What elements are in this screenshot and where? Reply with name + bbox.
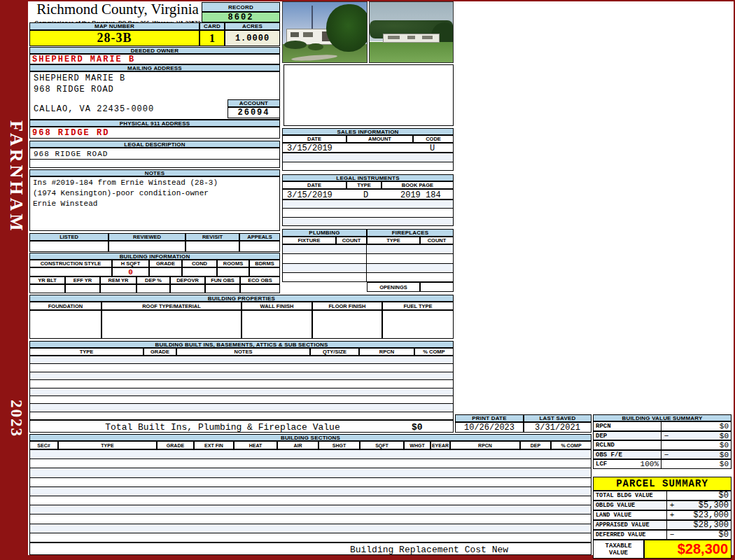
legal-description-box: 968 RIDGE ROAD	[29, 148, 280, 168]
bvs-dep-label: DEP	[594, 432, 662, 440]
physical-address-header: PHYSICAL 911 ADDRESS	[29, 120, 280, 127]
air-header: AIR	[277, 441, 318, 449]
physical-address-value: 968 RIDGE RD	[29, 127, 280, 139]
notes-box: Ins #2019-184 from Ernie Winstead (28-3)…	[29, 176, 280, 231]
bvs-obsfe-value: $0	[671, 451, 731, 459]
taxable-value-amount: $28,300	[644, 540, 732, 559]
parcel-row-total-bldg: TOTAL BLDG VALUE $0	[593, 491, 732, 500]
empty-row	[30, 524, 591, 533]
funobs-header: FUN OBS	[205, 276, 240, 284]
sale-code: U	[430, 144, 435, 153]
wall-finish-header: WALL FINISH	[241, 302, 312, 310]
tax-year-label: 2023	[4, 392, 25, 444]
note-line: Ins #2019-184 from Ernie Winstead (28-3)	[30, 177, 279, 187]
floor-finish-header: FLOOR FINISH	[312, 302, 382, 310]
card-value: 1	[200, 30, 225, 46]
built-ins-total-row: Total Built Ins, Plumbing & Fireplace Va…	[29, 420, 454, 433]
ecoobs-header: ECO OBS	[240, 276, 280, 284]
bdrms-value	[249, 267, 280, 276]
obldg-op: +	[667, 501, 677, 510]
parcel-row-obldg: OBLDG VALUE + $5,300	[593, 500, 732, 510]
photo1-bush	[284, 41, 306, 49]
bvs-dep-value: $0	[671, 432, 731, 440]
property-record-card: FARNHAM 2023 Richmond County, Virginia C…	[0, 0, 735, 560]
hsqft-header: H SQFT	[112, 260, 149, 267]
photo2-window	[422, 36, 433, 39]
builtin-grade-header: GRADE	[144, 348, 176, 356]
acres-header: ACRES	[225, 22, 280, 30]
bvs-lcf-label: LCF 100%	[594, 460, 662, 468]
funobs-value	[205, 284, 240, 293]
builtin-type-header: TYPE	[29, 348, 144, 356]
empty-row	[30, 379, 453, 387]
land-value: $23,000	[677, 510, 731, 520]
building-info-header-row1: CONSTRUCTION STYLE H SQFT GRADE COND ROO…	[29, 260, 280, 267]
deferred-op: −	[667, 531, 677, 539]
empty-row	[30, 486, 591, 496]
rpcn-col-header: RPCN	[450, 441, 520, 449]
comp-col-header: % COMP	[551, 441, 592, 449]
card-header: CARD	[200, 22, 225, 30]
parcel-row-deferred: DEFERRED VALUE − $0	[593, 530, 732, 540]
plumbing-fireplaces-divider	[366, 237, 367, 282]
ecoobs-value	[240, 284, 280, 293]
builtin-comp-header: % COMP	[414, 348, 454, 356]
grade-value	[149, 267, 182, 276]
sqft-header: SQFT	[360, 441, 404, 449]
built-ins-total-value: $0	[412, 422, 423, 433]
account-number: 26094	[227, 107, 280, 118]
mailing-address-header: MAILING ADDRESS	[29, 64, 280, 71]
shgt-header: SHGT	[318, 441, 360, 449]
empty-row	[283, 162, 453, 171]
grade-col-header: GRADE	[157, 441, 194, 449]
yrblt-header: YR BLT	[29, 276, 65, 284]
hsqft-value: 0	[112, 267, 149, 276]
heat-header: HEAT	[234, 441, 277, 449]
empty-row	[283, 272, 453, 281]
effyr-header: EFF YR	[65, 276, 100, 284]
empty-row	[283, 153, 453, 162]
last-saved-value: 3/31/2021	[524, 422, 592, 433]
bvs-dep-op: −	[662, 432, 671, 440]
empty-row	[283, 245, 453, 253]
yrblt-value	[29, 284, 65, 293]
cond-header: COND	[182, 260, 217, 267]
photo2-field	[370, 42, 453, 62]
parcel-row-appraised: APPRAISED VALUE $28,300	[593, 520, 732, 530]
record-header: RECORD	[202, 2, 280, 12]
photo1-tree	[326, 4, 368, 51]
fuel-type-value	[382, 310, 454, 339]
photo2-window	[388, 36, 400, 39]
taxable-value-label: TAXABLE VALUE	[593, 540, 644, 559]
depovr-header: DEPOVR	[170, 276, 205, 284]
review-header-row: LISTED REVIEWED REVISIT APPEALS	[29, 233, 280, 241]
bvs-lcf-pct: 100%	[640, 460, 659, 468]
deferred-value: $0	[677, 530, 731, 540]
record-number: 8602	[202, 12, 280, 22]
bvs-rpcn-value: $0	[671, 422, 731, 430]
building-info-header-row2: YR BLT EFF YR REM YR DEP % DEPOVR FUN OB…	[29, 276, 280, 284]
built-ins-total-label: Total Built Ins, Plumbing & Fireplace Va…	[72, 422, 373, 433]
reviewed-header: REVIEWED	[108, 233, 186, 241]
instrument-date-header: DATE	[282, 181, 346, 189]
empty-row	[30, 372, 453, 379]
review-value-row	[29, 241, 280, 252]
type-header: TYPE	[58, 441, 157, 449]
empty-row	[30, 477, 591, 486]
notes-header: NOTES	[29, 169, 280, 176]
bvs-row-lcf: LCF 100% $0	[593, 459, 732, 469]
appraised-label: APPRAISED VALUE	[594, 521, 667, 529]
bvs-row-dep: DEP − $0	[593, 431, 732, 440]
construction-style-header: CONSTRUCTION STYLE	[29, 260, 112, 267]
building-information-header: BUILDING INFORMATION	[29, 253, 280, 260]
replacement-cost-label: Building Replacement Cost New	[331, 545, 527, 555]
note-line: Ernie Winstead	[30, 197, 279, 208]
empty-row	[30, 363, 453, 371]
district-label: FARNHAM	[3, 120, 27, 225]
land-op: +	[667, 511, 677, 519]
bvs-obsfe-op: −	[662, 451, 671, 459]
empty-row	[30, 496, 591, 505]
eyear-header: EYEAR	[430, 441, 450, 449]
built-ins-header: BUILDING BUILT INS, BASEMENTS, ATTICS & …	[29, 341, 454, 348]
empty-row	[30, 396, 453, 403]
